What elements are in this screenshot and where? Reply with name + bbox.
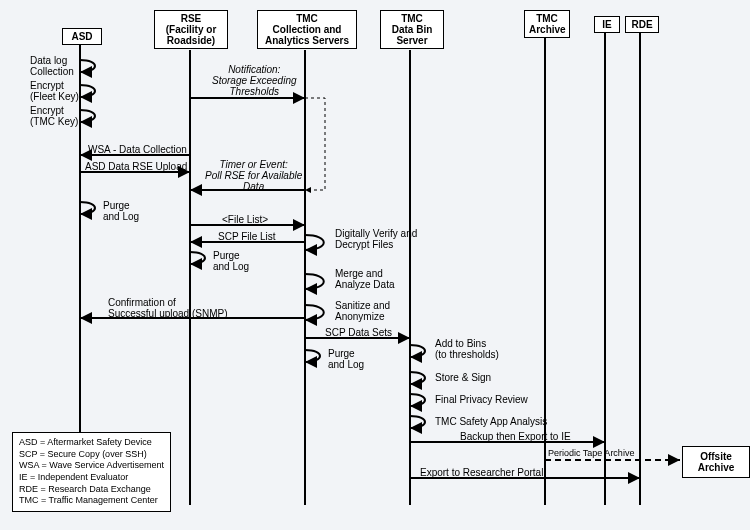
self-asd-encrypt-tmc: Encrypt (TMC Key) bbox=[30, 105, 78, 127]
self-tmc-sanitize: Sanitize and Anonymize bbox=[335, 300, 390, 322]
self-tmc-purge: Purge and Log bbox=[328, 348, 364, 370]
msg-notification: Notification: Storage Exceeding Threshol… bbox=[212, 64, 297, 97]
self-asd-encrypt-fleet: Encrypt (Fleet Key) bbox=[30, 80, 79, 102]
self-asd-purge: Purge and Log bbox=[103, 200, 139, 222]
msg-asd-upload: ASD Data RSE Upload bbox=[85, 161, 187, 172]
legend-scp: SCP = Secure Copy (over SSH) bbox=[19, 449, 164, 461]
sequence-diagram: ASD RSE (Facility or Roadside) TMC Colle… bbox=[0, 0, 750, 530]
self-bin-review: Final Privacy Review bbox=[435, 394, 528, 405]
offsite-archive-box: Offsite Archive bbox=[682, 446, 750, 478]
msg-confirmation: Confirmation of Successful upload (SNMP) bbox=[108, 297, 228, 319]
self-bin-add: Add to Bins (to thresholds) bbox=[435, 338, 499, 360]
legend-tmc: TMC = Traffic Management Center bbox=[19, 495, 164, 507]
msg-poll: Timer or Event: Poll RSE for Available D… bbox=[205, 159, 302, 192]
legend-asd: ASD = Aftermarket Safety Device bbox=[19, 437, 164, 449]
msg-wsa: WSA - Data Collection bbox=[88, 144, 187, 155]
msg-scp-filelist: SCP File List bbox=[218, 231, 276, 242]
offsite-archive-label: Offsite Archive bbox=[698, 451, 735, 473]
self-asd-datalog: Data log Collection bbox=[30, 55, 74, 77]
self-bin-safety: TMC Safety App Analysis bbox=[435, 416, 547, 427]
msg-scp-datasets: SCP Data Sets bbox=[325, 327, 392, 338]
self-rse-purge: Purge and Log bbox=[213, 250, 249, 272]
legend-box: ASD = Aftermarket Safety Device SCP = Se… bbox=[12, 432, 171, 512]
legend-wsa: WSA = Wave Service Advertisement bbox=[19, 460, 164, 472]
self-bin-store: Store & Sign bbox=[435, 372, 491, 383]
msg-export-portal: Export to Researcher Portal bbox=[420, 467, 543, 478]
self-tmc-verify: Digitally Verify and Decrypt Files bbox=[335, 228, 417, 250]
msg-backup-ie: Backup then Export to IE bbox=[460, 431, 571, 442]
legend-ie: IE = Independent Evaluator bbox=[19, 472, 164, 484]
msg-tape-archive: Periodic Tape Archive bbox=[548, 449, 634, 459]
legend-rde: RDE = Research Data Exchange bbox=[19, 484, 164, 496]
msg-filelist: <File List> bbox=[222, 214, 268, 225]
self-tmc-merge: Merge and Analyze Data bbox=[335, 268, 394, 290]
